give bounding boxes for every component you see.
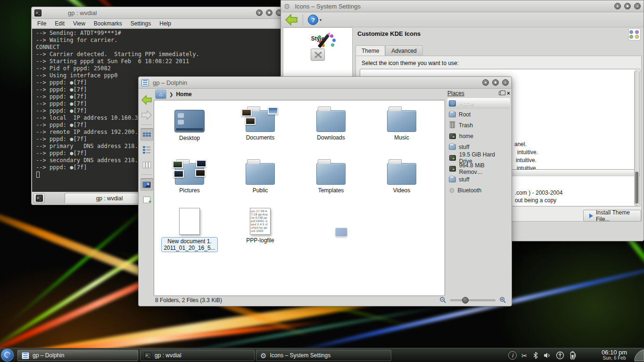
dolphin-statusbar: 8 Folders, 2 Files (3.3 KiB): [139, 295, 511, 305]
folder-item-videos[interactable]: Videos: [369, 157, 435, 194]
folder-item-documents[interactable]: Documents: [227, 104, 293, 141]
menu-bookmarks[interactable]: Bookmarks: [94, 20, 122, 27]
place-home-partition[interactable]: home: [447, 131, 510, 141]
back-arrow-icon: [141, 95, 152, 105]
task-dolphin[interactable]: gp – Dolphin: [17, 350, 138, 361]
close-button[interactable]: ×: [502, 79, 509, 86]
taskbar: gp – Dolphin >_ gp : wvdial ⚙ Icons – Sy…: [0, 348, 644, 362]
folder-item-downloads[interactable]: Downloads: [298, 104, 364, 141]
breadcrumb-home[interactable]: Home: [176, 91, 191, 98]
icons-view-icon: [143, 132, 151, 137]
document-icon: [179, 208, 200, 235]
minimize-button[interactable]: ▾: [256, 9, 263, 16]
folder-icon: [449, 177, 456, 182]
folder-item-templates[interactable]: Templates: [298, 157, 364, 194]
folder-item-music[interactable]: Music: [369, 104, 435, 141]
menu-file[interactable]: File: [37, 20, 46, 27]
klipper-scissors-icon[interactable]: ✂: [521, 352, 528, 359]
system-tray: i ✂: [508, 348, 577, 362]
clock[interactable]: 06:10 pm Sun, 6 Feb: [595, 348, 634, 362]
split-view-button[interactable]: [140, 193, 153, 206]
dolphin-titlebar[interactable]: gp – Dolphin ▾ ×: [139, 77, 512, 89]
task-wvdial[interactable]: >_ gp : wvdial: [140, 350, 255, 361]
maximize-button[interactable]: [492, 79, 499, 86]
places-header: Places: [447, 90, 464, 97]
close-panel-button[interactable]: ×: [507, 90, 510, 96]
dolphin-window: gp – Dolphin ▾ × ⌂ ❯ Home: [138, 76, 512, 306]
home-icon: ⌂: [449, 100, 456, 107]
breadcrumb-separator: ❯: [169, 92, 173, 97]
clock-date: Sun, 6 Feb: [595, 356, 634, 361]
folder-item-pictures[interactable]: Pictures: [157, 157, 223, 194]
ghost-icon: [335, 228, 347, 237]
back-button[interactable]: [285, 14, 298, 26]
places-panel: Places × ⌂ Home Root Trash home stuff 19…: [447, 89, 510, 295]
battery-icon[interactable]: [569, 351, 577, 360]
install-theme-button[interactable]: Install Theme File...: [583, 210, 641, 222]
menu-help[interactable]: Help: [159, 20, 171, 27]
place-bluetooth[interactable]: ⚙ Bluetooth: [447, 185, 510, 196]
folder-view[interactable]: Desktop Documents Downloads Music Pictur…: [154, 100, 445, 296]
close-button[interactable]: ×: [634, 3, 641, 9]
sidebar-item-style[interactable]: Style: [283, 28, 352, 42]
folder-item-desktop[interactable]: Desktop: [157, 104, 223, 141]
split-view-icon: [143, 197, 150, 203]
new-tab-button[interactable]: >_: [33, 193, 45, 203]
app-launcher-button[interactable]: [1, 349, 14, 362]
notifications-icon[interactable]: i: [508, 351, 517, 360]
zoom-in-icon[interactable]: [499, 296, 506, 304]
columns-view-button[interactable]: [140, 158, 153, 171]
maximize-button[interactable]: [624, 3, 631, 9]
columns-view-icon: [143, 162, 151, 168]
bluetooth-icon[interactable]: [532, 351, 539, 360]
sidebar-item-tools[interactable]: [311, 49, 325, 61]
list-text-fragment: intuitive.: [517, 149, 538, 156]
menu-view[interactable]: View: [73, 20, 85, 27]
scrollbar-thumb[interactable]: [635, 172, 638, 204]
preview-icon: [142, 181, 151, 188]
minimize-button[interactable]: ▾: [614, 3, 621, 9]
file-item-new-document[interactable]: New document 1. 2011_01_20_16_5...: [157, 205, 223, 252]
device-notifier-usb-icon[interactable]: [556, 351, 564, 360]
home-button[interactable]: ⌂: [155, 90, 166, 99]
place-trash[interactable]: Trash: [447, 120, 510, 131]
tab-advanced[interactable]: Advanced: [385, 45, 422, 56]
details-view-button[interactable]: [140, 143, 153, 156]
volume-icon[interactable]: [544, 352, 551, 359]
float-panel-button[interactable]: [499, 91, 503, 95]
tab-theme[interactable]: Theme: [355, 45, 385, 56]
place-removable[interactable]: 964.8 MiB Remov…: [447, 163, 510, 174]
system-settings-titlebar[interactable]: ⚙ Icons – System Settings ▾ ×: [281, 0, 644, 12]
menu-settings[interactable]: Settings: [131, 20, 151, 27]
toolbar-separator: [303, 15, 303, 25]
minimize-button[interactable]: ▾: [482, 79, 489, 86]
back-button[interactable]: [140, 93, 153, 106]
folder-icon: [246, 110, 275, 132]
toolbar-separator: [141, 174, 152, 175]
list-scrollbar[interactable]: [634, 70, 639, 206]
status-text: 8 Folders, 2 Files (3.3 KiB): [155, 297, 222, 304]
list-text-fragment: anel.: [514, 141, 527, 148]
zoom-slider[interactable]: [450, 299, 495, 301]
panel-toolbox-cashew-icon[interactable]: [634, 348, 644, 362]
konsole-icon: >_: [34, 9, 41, 16]
description-fragment: .com ) - 2003-2004: [515, 189, 562, 196]
drive-icon: [449, 166, 456, 172]
folder-icon: [316, 110, 346, 132]
file-item-ppp-logfile[interactable]: Jan 17 09:4 7:18 gp-Asp ire-5738 pp pd[1…: [227, 205, 293, 244]
forward-button[interactable]: [140, 108, 153, 121]
toolbar-separator: [141, 124, 152, 125]
task-system-settings[interactable]: ⚙ Icons – System Settings: [256, 350, 391, 361]
place-stuff-2[interactable]: stuff: [447, 174, 510, 185]
zoom-slider-handle[interactable]: [462, 297, 469, 304]
menu-edit[interactable]: Edit: [55, 20, 65, 27]
place-root[interactable]: Root: [447, 109, 510, 120]
konsole-titlebar[interactable]: >_ gp : wvdial ▾ ×: [32, 7, 285, 19]
folder-item-public[interactable]: Public: [227, 157, 293, 194]
zoom-out-icon[interactable]: [439, 296, 446, 304]
place-home[interactable]: ⌂ Home: [447, 98, 510, 109]
help-button[interactable]: ? ▾: [308, 15, 318, 25]
preview-button[interactable]: [140, 178, 153, 191]
maximize-button[interactable]: [266, 9, 272, 16]
icons-view-button[interactable]: [140, 128, 153, 141]
